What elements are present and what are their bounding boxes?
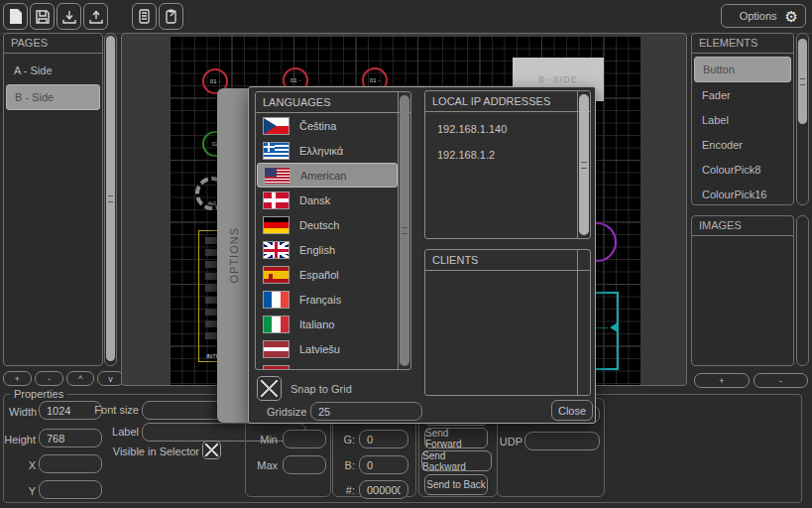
g-input[interactable] — [359, 430, 408, 448]
flag-icon — [263, 340, 290, 358]
language-item[interactable]: Ελληνικά — [257, 138, 398, 163]
image-add-button[interactable]: + — [694, 373, 750, 388]
page-label-text: B- SIDE — [538, 74, 578, 84]
import-button[interactable] — [57, 3, 81, 30]
hex-input[interactable] — [359, 480, 408, 499]
local-ip-scrollbar-thumb[interactable] — [579, 94, 589, 235]
teal-fader-handle[interactable] — [610, 322, 618, 332]
language-label: Čeština — [299, 120, 336, 132]
udp-input[interactable] — [524, 432, 600, 450]
language-label: Ελληνικά — [299, 145, 343, 157]
language-item[interactable]: English — [257, 237, 398, 262]
save-icon — [35, 9, 51, 25]
options-dialog-tab-label: OPTIONS — [228, 227, 240, 284]
page-list-item[interactable]: B - Side — [6, 84, 100, 110]
import-icon — [61, 9, 77, 25]
round-button-label: 01 - — [290, 77, 300, 83]
language-item[interactable]: Español — [257, 262, 398, 287]
y-input[interactable] — [39, 480, 102, 499]
new-file-button[interactable] — [3, 3, 28, 30]
flag-icon — [263, 142, 290, 160]
close-button[interactable]: Close — [551, 400, 593, 421]
min-input[interactable] — [283, 430, 326, 448]
x-input[interactable] — [39, 454, 102, 473]
options-button-label: Options — [740, 10, 777, 22]
snap-to-grid-label: Snap to Grid — [290, 383, 352, 395]
paste-button[interactable] — [159, 3, 183, 30]
local-ip-item[interactable]: 192.168.1.2 — [425, 142, 590, 168]
language-item[interactable]: Italiano — [257, 312, 398, 336]
gear-icon: ⚙ — [785, 9, 798, 24]
font-size-label: Font size — [91, 404, 139, 416]
min-label: Min — [254, 434, 278, 445]
local-ip-scrollbar[interactable] — [577, 91, 590, 238]
visible-in-selector-checkbox[interactable] — [202, 441, 221, 459]
export-button[interactable] — [83, 3, 108, 30]
flag-icon — [263, 365, 290, 370]
languages-scrollbar-thumb[interactable] — [400, 95, 409, 366]
page-add-button[interactable]: + — [3, 371, 32, 386]
elements-scrollbar-thumb[interactable] — [798, 39, 807, 124]
flag-icon — [264, 167, 290, 185]
elements-panel-title: ELEMENTS — [692, 34, 793, 54]
flag-icon — [263, 117, 290, 135]
send-forward-button[interactable]: Send Forward — [424, 428, 488, 448]
page-move-up-button[interactable]: ^ — [66, 371, 94, 386]
element-list-item[interactable]: Fader — [694, 83, 791, 107]
language-item[interactable]: Čeština — [257, 113, 398, 138]
options-button[interactable]: Options ⚙ — [721, 4, 806, 28]
elements-scrollbar[interactable] — [796, 33, 809, 205]
languages-box: LANGUAGES Čeština Ελληνικά Am — [255, 91, 411, 370]
b-input[interactable] — [359, 455, 408, 474]
flag-icon — [263, 216, 290, 234]
max-label: Max — [254, 459, 278, 471]
pages-scrollbar[interactable] — [104, 33, 117, 366]
pages-scrollbar-thumb[interactable] — [106, 36, 115, 361]
app-window: Options ⚙ PAGES A - Side B - Side + - ^ … — [0, 0, 812, 508]
round-button-label: 01 - — [210, 78, 220, 84]
copy-icon — [137, 8, 152, 25]
language-label: Deutsch — [299, 219, 339, 231]
gridsize-input[interactable] — [310, 402, 422, 421]
local-ip-item[interactable]: 192.168.1.140 — [425, 116, 590, 142]
pages-panel-title: PAGES — [4, 34, 102, 54]
label-label: Label — [91, 426, 139, 438]
snap-to-grid-checkbox[interactable] — [257, 376, 282, 401]
options-dialog-tab[interactable]: OPTIONS — [217, 88, 250, 423]
send-to-back-button[interactable]: Send to Back — [424, 474, 488, 495]
language-item[interactable]: American — [257, 163, 398, 188]
save-button[interactable] — [30, 3, 55, 30]
width-label: Width — [9, 406, 36, 418]
page-remove-button[interactable]: - — [35, 371, 63, 386]
visible-in-selector-label: Visible in Selector — [106, 445, 199, 457]
languages-scrollbar[interactable] — [398, 92, 410, 369]
encoder-label: 4x0 — [208, 200, 216, 206]
copy-button[interactable] — [132, 3, 157, 30]
language-item[interactable]: Dansk — [257, 188, 398, 212]
element-list-item[interactable]: Label — [694, 108, 791, 132]
language-item[interactable]: Deutsch — [257, 212, 398, 237]
export-icon — [88, 9, 104, 25]
element-list-item[interactable]: ColourPick16 — [694, 183, 791, 206]
language-item[interactable] — [257, 361, 398, 369]
local-ip-title: LOCAL IP ADDRESSES — [425, 91, 590, 112]
elements-panel: ELEMENTS Button Fader Label Encoder Colo… — [691, 33, 794, 205]
y-label: Y — [9, 485, 36, 497]
images-scrollbar[interactable] — [796, 215, 809, 366]
page-list-item[interactable]: A - Side — [6, 58, 100, 83]
language-item[interactable]: Français — [257, 287, 398, 312]
element-list-item[interactable]: Encoder — [694, 133, 791, 157]
element-list-item[interactable]: Button — [694, 57, 791, 82]
flag-icon — [263, 266, 290, 284]
element-list-item[interactable]: ColourPick8 — [694, 158, 791, 182]
udp-label: UDP — [499, 436, 522, 447]
image-remove-button[interactable]: - — [754, 373, 808, 388]
b-label: B: — [339, 459, 355, 471]
paste-icon — [164, 8, 178, 25]
page-move-down-button[interactable]: v — [97, 371, 124, 386]
clients-scrollbar[interactable] — [577, 250, 590, 395]
language-item[interactable]: Latviešu — [257, 336, 398, 361]
language-label: Dansk — [299, 194, 330, 206]
send-backward-button[interactable]: Send Backward — [421, 450, 492, 471]
max-input[interactable] — [283, 455, 326, 474]
